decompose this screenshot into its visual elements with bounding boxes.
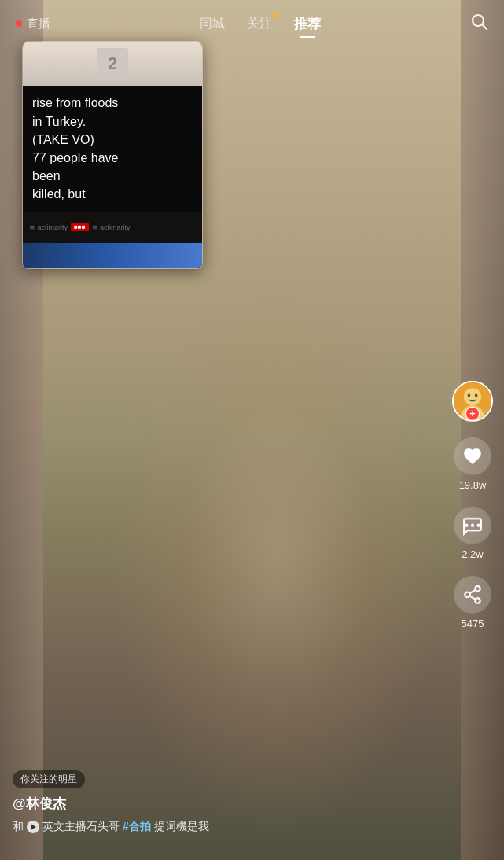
brand-text-left: ≋ actimarity xyxy=(29,223,68,231)
card-text-line6: killed, but xyxy=(32,187,86,201)
following-badge-dot xyxy=(273,13,278,18)
share-icon xyxy=(462,584,483,604)
svg-line-10 xyxy=(469,596,475,599)
heart-icon xyxy=(462,445,483,466)
top-navigation: 直播 同城 关注 推荐 xyxy=(0,0,504,47)
video-description: 和 英文主播石头哥 #合拍 提词機是我 xyxy=(13,818,436,835)
card-logo-left: ≋ actimarity ■■■ ≋ actimarity xyxy=(29,223,131,231)
svg-point-6 xyxy=(475,393,478,397)
hashtag-collab[interactable]: #合拍 xyxy=(123,818,151,835)
live-indicator-dot xyxy=(16,20,22,27)
nav-tabs-group: 同城 关注 推荐 xyxy=(200,15,321,33)
comment-icon xyxy=(462,515,483,535)
right-actions-panel: + 19.8w 2.2w 5 xyxy=(452,380,493,629)
card-text-line5: been xyxy=(32,169,61,183)
card-text-section: rise from floods in Turkey. (TAKE VO) 77… xyxy=(23,86,202,211)
card-text-line4: 77 people have xyxy=(32,151,118,164)
play-icon xyxy=(27,821,39,833)
like-count: 19.8w xyxy=(459,478,487,490)
card-number-badge: 2 xyxy=(97,48,128,79)
like-button[interactable]: 19.8w xyxy=(454,437,491,490)
card-bottom-strip: ≋ actimarity ■■■ ≋ actimarity xyxy=(23,212,202,243)
nav-tab-following[interactable]: 关注 xyxy=(247,16,272,32)
svg-point-7 xyxy=(465,523,468,526)
brand-text-right: ≋ actimarity xyxy=(92,223,131,231)
comment-count: 2.2w xyxy=(462,548,483,559)
nav-live-tab[interactable]: 直播 xyxy=(16,17,50,31)
card-text-line3: (TAKE VO) xyxy=(32,133,94,146)
svg-line-11 xyxy=(469,589,475,592)
embedded-video-card[interactable]: 2 rise from floods in Turkey. (TAKE VO) … xyxy=(22,41,203,269)
nav-live-label: 直播 xyxy=(27,17,50,31)
desc-start-text: 和 xyxy=(13,818,24,835)
svg-point-3 xyxy=(464,388,481,405)
creator-username[interactable]: @林俊杰 xyxy=(13,795,436,813)
card-text-line1: rise from floods xyxy=(32,96,118,109)
search-button[interactable] xyxy=(469,12,488,35)
nav-following-label: 关注 xyxy=(247,17,272,30)
collab-person-text[interactable]: 英文主播石头哥 xyxy=(42,818,120,835)
nav-recommended-label: 推荐 xyxy=(294,17,321,31)
svg-point-5 xyxy=(468,393,471,397)
card-top-section: 2 xyxy=(23,42,202,86)
creator-avatar[interactable]: + xyxy=(452,380,493,421)
share-icon-circle xyxy=(454,575,491,613)
svg-line-1 xyxy=(483,25,487,30)
card-blue-bar xyxy=(23,243,202,268)
brand-red-badge: ■■■ xyxy=(71,223,89,231)
card-text-line2: in Turkey. xyxy=(32,115,86,128)
comment-button[interactable]: 2.2w xyxy=(454,506,491,559)
card-news-text: rise from floods in Turkey. (TAKE VO) 77… xyxy=(32,94,118,203)
svg-point-9 xyxy=(476,523,480,526)
nav-nearby-label: 同城 xyxy=(200,17,225,30)
desc-end-text: 提词機是我 xyxy=(154,818,209,835)
svg-point-8 xyxy=(471,523,474,526)
nav-tab-nearby[interactable]: 同城 xyxy=(200,16,225,32)
star-badge: 你关注的明星 xyxy=(13,770,85,788)
bottom-content-panel: 你关注的明星 @林俊杰 和 英文主播石头哥 #合拍 提词機是我 xyxy=(0,770,449,860)
nav-tab-recommended[interactable]: 推荐 xyxy=(294,15,321,33)
comment-icon-circle xyxy=(454,506,491,544)
like-icon-circle xyxy=(454,437,491,474)
share-count: 5475 xyxy=(462,617,484,629)
share-button[interactable]: 5475 xyxy=(454,575,491,629)
follow-plus-button[interactable]: + xyxy=(465,406,480,420)
